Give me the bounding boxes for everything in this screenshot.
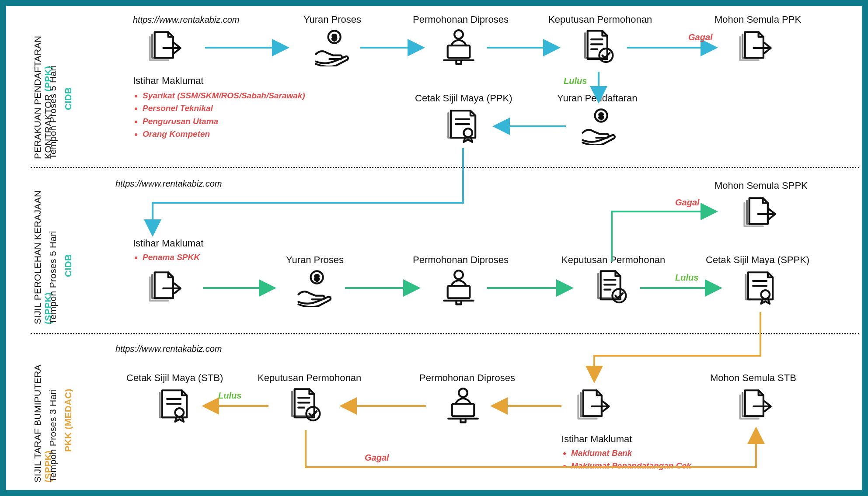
diagram-frame: $: [0, 0, 868, 496]
stb-gagal: Gagal: [365, 453, 389, 463]
stb-lulus: Lulus: [218, 391, 241, 401]
